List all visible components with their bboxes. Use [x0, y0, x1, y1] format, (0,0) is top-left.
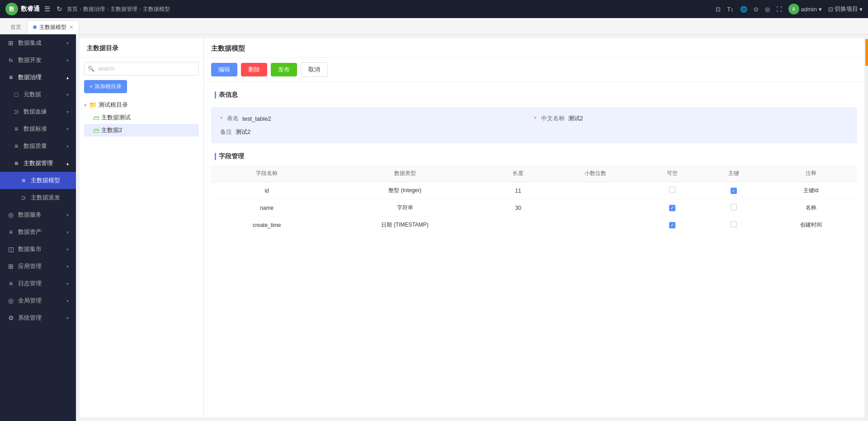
- field-mgmt-card: 字段管理 字段名称 数据类型 长度 小数位数 可空: [208, 147, 861, 241]
- user-avatar: A: [788, 4, 799, 14]
- sys-mgmt-icon: ⚙: [7, 314, 14, 322]
- sidebar-item-sys-mgmt[interactable]: ⚙ 系统管理 ▾: [0, 309, 76, 326]
- sidebar-item-master-data-flow[interactable]: ⊃ 主数据派发: [0, 189, 76, 206]
- sidebar-item-app-mgmt[interactable]: ⊞ 应用管理 ▾: [0, 258, 76, 275]
- breadcrumb-level2[interactable]: 主数据管理: [110, 5, 137, 13]
- tree-table1-label: 主数据测试: [101, 114, 131, 122]
- sidebar-arrow-dev: ▾: [66, 58, 69, 63]
- sidebar-item-data-dev[interactable]: fx 数据开发 ▾: [0, 52, 76, 69]
- table-row: id 整型 (Integer) 11 ✓: [211, 182, 857, 199]
- sidebar-item-data-integration[interactable]: ⊞ 数据集成 ▾: [0, 34, 76, 52]
- table-info-card: 表信息 * 表名 test_table2 * 中文名称: [208, 85, 861, 143]
- tab-close-icon[interactable]: ✕: [69, 24, 73, 30]
- field-comment-name: 名称: [764, 199, 857, 217]
- info-row-chinese-name: * 中文名称 测试2: [534, 114, 849, 123]
- add-root-button[interactable]: + 添加根目录: [84, 80, 127, 93]
- primary-checkbox-create-time[interactable]: [731, 221, 737, 227]
- delete-button[interactable]: 删除: [241, 63, 267, 76]
- nullable-checkbox-name[interactable]: ✓: [669, 205, 675, 211]
- field-type-id: 整型 (Integer): [322, 182, 487, 199]
- field-decimal-name: [549, 199, 641, 217]
- sidebar-arrow-meta: ▾: [66, 92, 69, 97]
- sidebar-arrow-quality: ▾: [66, 144, 69, 149]
- sidebar-arrow-standard: ▾: [66, 127, 69, 132]
- sidebar-arrow-log: ▾: [66, 281, 69, 286]
- scrollbar-track[interactable]: [865, 34, 868, 421]
- remark-value: 测试2: [236, 128, 250, 136]
- remark-label: 备注: [220, 128, 232, 136]
- tree-item-table2[interactable]: 🗃 主数据2: [84, 124, 199, 137]
- search-input[interactable]: [84, 62, 199, 76]
- field-name-name: name: [211, 199, 322, 217]
- primary-checkbox-name[interactable]: [731, 204, 737, 210]
- fullscreen-icon[interactable]: ⊡: [716, 6, 721, 13]
- table-info-grid: * 表名 test_table2 * 中文名称 测试2 备注: [220, 114, 848, 136]
- sidebar-item-data-governance[interactable]: ≡ 数据治理 ▴: [0, 69, 76, 86]
- tree-table2-label: 主数据2: [101, 126, 122, 134]
- col-primary: 主键: [703, 165, 764, 182]
- table-info-header: 表信息: [208, 85, 861, 104]
- sidebar-item-global-mgmt[interactable]: ◎ 全局管理 ▾: [0, 292, 76, 309]
- nav-icons: ☰ ↻: [44, 5, 62, 13]
- sidebar-item-data-assets[interactable]: ≡ 数据资产 ▾: [0, 223, 76, 241]
- switch-project[interactable]: ⊡ 切换项目 ▾: [828, 5, 863, 13]
- tree-item-table1[interactable]: 🗃 主数据测试: [84, 111, 199, 124]
- cancel-button[interactable]: 取消: [301, 62, 328, 77]
- sidebar-item-master-data-model[interactable]: ≡ 主数据模型: [0, 172, 76, 189]
- tab-master-model[interactable]: 主数据模型 ✕: [27, 20, 79, 34]
- switch-project-arrow: ▾: [859, 6, 863, 13]
- data-quality-icon: ≡: [13, 142, 20, 150]
- sidebar-arrow-market: ▾: [66, 247, 69, 252]
- refresh-icon[interactable]: ↻: [57, 5, 62, 13]
- sidebar-item-data-lineage[interactable]: ⊃ 数据血缘 ▾: [0, 103, 76, 120]
- breadcrumb-level1[interactable]: 数据治理: [83, 5, 105, 13]
- scrollbar-thumb[interactable]: [865, 39, 868, 66]
- chinese-name-label: 中文名称: [541, 114, 565, 123]
- globe-icon[interactable]: 🌐: [740, 6, 747, 13]
- sidebar-item-data-service[interactable]: ◎ 数据服务 ▾: [0, 206, 76, 223]
- tab-active-dot: [33, 25, 37, 29]
- field-primary-name: [703, 199, 764, 217]
- nullable-checkbox-id[interactable]: [669, 187, 675, 193]
- sidebar-item-master-data-mgmt[interactable]: ≡ 主数据管理 ▴: [0, 155, 76, 172]
- field-decimal-id: [549, 182, 641, 199]
- left-panel-title: 主数据目录: [80, 38, 203, 57]
- col-length: 长度: [487, 165, 549, 182]
- sidebar-item-data-quality[interactable]: ≡ 数据质量 ▾: [0, 137, 76, 155]
- sidebar-label-master-data-flow: 主数据派发: [31, 194, 60, 202]
- expand-icon[interactable]: ⛶: [776, 6, 782, 13]
- top-nav-right: ⊡ T↕ 🌐 ⊙ ◎ ⛶ A admin ▾ ⊡ 切换项目 ▾: [716, 4, 863, 14]
- settings-icon[interactable]: ◎: [765, 6, 770, 13]
- primary-checkbox-id[interactable]: ✓: [731, 188, 737, 194]
- field-mgmt-header: 字段管理: [208, 147, 861, 165]
- menu-icon[interactable]: ☰: [44, 5, 50, 13]
- tab-home-label: 首页: [10, 24, 21, 31]
- sidebar-item-log-mgmt[interactable]: ≡ 日志管理 ▾: [0, 275, 76, 292]
- nullable-checkbox-create-time[interactable]: ✓: [669, 222, 675, 228]
- sidebar-item-meta-data[interactable]: □ 元数据 ▾: [0, 86, 76, 103]
- breadcrumb-home[interactable]: 首页: [67, 5, 78, 13]
- table-icon-2: 🗃: [93, 127, 99, 134]
- header-bar-1: [215, 91, 216, 99]
- table-icon-1: 🗃: [93, 114, 99, 121]
- meta-data-icon: □: [13, 91, 20, 98]
- data-governance-icon: ≡: [7, 74, 14, 81]
- tab-home[interactable]: 首页: [5, 20, 27, 34]
- font-icon[interactable]: T↕: [727, 6, 733, 13]
- sidebar-arrow-assets: ▾: [66, 230, 69, 235]
- field-comment-id: 主键id: [764, 182, 857, 199]
- search-icon: 🔍: [88, 66, 94, 72]
- col-comment: 注释: [764, 165, 857, 182]
- sidebar-label-log-mgmt: 日志管理: [18, 279, 42, 288]
- tree-item-folder[interactable]: ▾ 📁 测试根目录: [84, 99, 199, 111]
- left-panel: 主数据目录 🔍 + 添加根目录 ▾ 📁 测试根目录 🗃: [80, 38, 204, 417]
- user-area[interactable]: A admin ▾: [788, 4, 822, 14]
- sidebar-item-data-standard[interactable]: ≡ 数据标准 ▾: [0, 120, 76, 137]
- github-icon[interactable]: ⊙: [754, 6, 759, 13]
- sidebar-item-data-market[interactable]: ◫ 数据集市 ▾: [0, 241, 76, 258]
- sidebar-label-master-data-mgmt: 主数据管理: [24, 159, 53, 167]
- info-row-tablename: * 表名 test_table2: [220, 114, 534, 123]
- publish-button[interactable]: 发布: [271, 63, 297, 76]
- edit-button[interactable]: 编辑: [211, 63, 237, 76]
- master-data-flow-icon: ⊃: [20, 194, 27, 201]
